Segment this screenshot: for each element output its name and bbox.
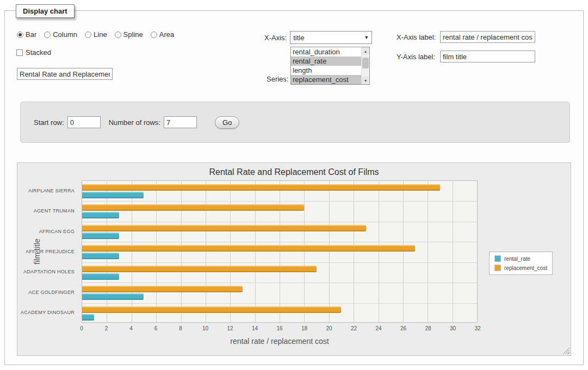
x-tick-label: 4 <box>129 325 133 331</box>
x-axis-tick-labels: 02468101214161820222426283032 <box>82 325 478 333</box>
chart-type-option-area[interactable]: Area <box>151 30 174 39</box>
go-button[interactable]: Go <box>215 116 239 129</box>
x-tick-label: 18 <box>301 325 307 331</box>
x-axis-select[interactable]: title ▼ <box>290 31 372 44</box>
y-axis-label-label: Y-Axis label: <box>397 53 437 61</box>
chart-type-option-spline[interactable]: Spline <box>115 30 143 39</box>
x-tick-label: 2 <box>105 325 108 331</box>
display-chart-fieldset: Display chart BarColumnLineSplineArea St… <box>4 10 584 365</box>
gridline <box>82 303 477 304</box>
x-tick-label: 10 <box>202 325 208 331</box>
series-listbox-label: Series: <box>267 75 288 83</box>
app: Display chart BarColumnLineSplineArea St… <box>0 0 588 370</box>
gridline <box>82 242 477 242</box>
gridline <box>82 201 477 202</box>
chart-type-label: Spline <box>123 30 143 39</box>
x-tick-label: 32 <box>474 325 480 331</box>
chart: Rental Rate and Replacement Cost of Film… <box>17 162 571 356</box>
bar-replacement_cost <box>82 184 440 191</box>
series-option-replacement_cost[interactable]: replacement_cost <box>291 75 361 84</box>
radio-button-icon <box>85 32 91 38</box>
x-tick-label: 12 <box>227 325 233 331</box>
bar-rental_rate <box>82 273 119 280</box>
bar-replacement_cost <box>82 286 243 292</box>
chart-type-label: Line <box>94 30 107 39</box>
chart-title-input[interactable] <box>17 68 113 80</box>
fieldset-legend: Display chart <box>16 4 75 18</box>
series-option-rental_rate[interactable]: rental_rate <box>291 57 361 66</box>
category-label: AIRPLANE SIERRA <box>17 180 78 200</box>
bar-replacement_cost <box>82 245 415 252</box>
category-axis-labels: AIRPLANE SIERRAAGENT TRUMANAFRICAN EGGAF… <box>17 180 78 323</box>
bar-replacement_cost <box>82 225 366 231</box>
series-option-rental_duration[interactable]: rental_duration <box>291 47 361 57</box>
scrollbar-track[interactable] <box>362 55 369 77</box>
chart-type-option-line[interactable]: Line <box>85 30 107 39</box>
legend-item: rental_rate <box>494 255 547 262</box>
x-axis-label-input[interactable] <box>440 31 535 43</box>
chart-title: Rental Rate and Replacement Cost of Film… <box>17 167 571 177</box>
legend-swatch <box>494 255 501 262</box>
radio-button-icon <box>151 32 157 38</box>
bar-replacement_cost <box>82 306 341 313</box>
gridline <box>82 262 477 263</box>
radio-button-icon <box>44 32 51 38</box>
gridline <box>82 222 477 222</box>
resize-handle-icon[interactable] <box>562 347 570 354</box>
chart-type-label: Area <box>159 30 174 39</box>
stacked-checkbox[interactable] <box>16 49 23 56</box>
scrollbar-thumb[interactable] <box>362 58 369 68</box>
bar-rental_rate <box>82 253 119 259</box>
stacked-label: Stacked <box>26 48 51 57</box>
chart-type-radio-group: BarColumnLineSplineArea <box>17 30 174 39</box>
start-row-input[interactable] <box>67 116 101 128</box>
plot-area <box>82 180 478 323</box>
bar-rental_rate <box>82 314 94 321</box>
chart-type-option-bar[interactable]: Bar <box>17 30 36 39</box>
category-label: AFRICAN EGG <box>17 221 78 241</box>
x-tick-label: 16 <box>276 325 282 331</box>
legend-item: replacement_cost <box>494 265 547 271</box>
series-options: rental_durationrental_ratelengthreplacem… <box>291 47 361 84</box>
radio-button-icon <box>17 32 23 38</box>
x-tick-label: 8 <box>179 325 182 331</box>
x-tick-label: 24 <box>375 325 381 331</box>
x-tick-label: 0 <box>80 325 83 331</box>
category-label: ACADEMY DINOSAUR <box>17 303 78 323</box>
chart-type-label: Column <box>53 30 77 39</box>
y-axis-label-input[interactable] <box>440 51 535 62</box>
x-tick-label: 26 <box>400 325 406 331</box>
x-tick-label: 6 <box>154 325 158 331</box>
chart-type-option-column[interactable]: Column <box>44 30 77 39</box>
x-axis-selected-value: title <box>293 34 304 42</box>
number-of-rows-label: Number of rows: <box>109 118 160 127</box>
bar-replacement_cost <box>82 204 304 211</box>
x-tick-label: 30 <box>450 325 456 331</box>
legend-swatch <box>494 265 501 271</box>
bar-rental_rate <box>82 192 144 198</box>
category-label: ACE GOLDFINGER <box>17 282 78 302</box>
gridline <box>453 181 453 322</box>
legend-label: rental_rate <box>504 256 530 262</box>
scroll-down-icon[interactable]: ▼ <box>362 77 369 84</box>
chevron-down-icon: ▼ <box>364 35 369 40</box>
series-listbox[interactable]: rental_durationrental_ratelengthreplacem… <box>290 47 370 85</box>
x-axis-select-group: X-Axis: title ▼ <box>264 31 372 44</box>
x-tick-label: 22 <box>351 325 357 331</box>
stacked-option[interactable]: Stacked <box>16 48 51 57</box>
bar-rental_rate <box>82 212 119 218</box>
category-label: ADAPTATION HOLES <box>17 262 78 282</box>
scroll-up-icon[interactable]: ▲ <box>362 47 369 55</box>
chart-x-axis-title: rental rate / replacement cost <box>82 337 478 346</box>
x-tick-label: 20 <box>326 325 332 331</box>
gridline <box>82 283 477 283</box>
series-option-length[interactable]: length <box>291 66 361 75</box>
chart-legend: rental_ratereplacement_cost <box>489 252 553 275</box>
x-axis-select-label: X-Axis: <box>264 34 287 42</box>
series-scrollbar[interactable]: ▲ ▼ <box>361 47 369 84</box>
gridline <box>428 181 428 322</box>
rows-form: Start row: Number of rows: Go <box>20 102 570 143</box>
x-axis-label-group: X-Axis label: <box>397 31 535 43</box>
bar-replacement_cost <box>82 266 317 272</box>
number-of-rows-input[interactable] <box>164 116 197 128</box>
